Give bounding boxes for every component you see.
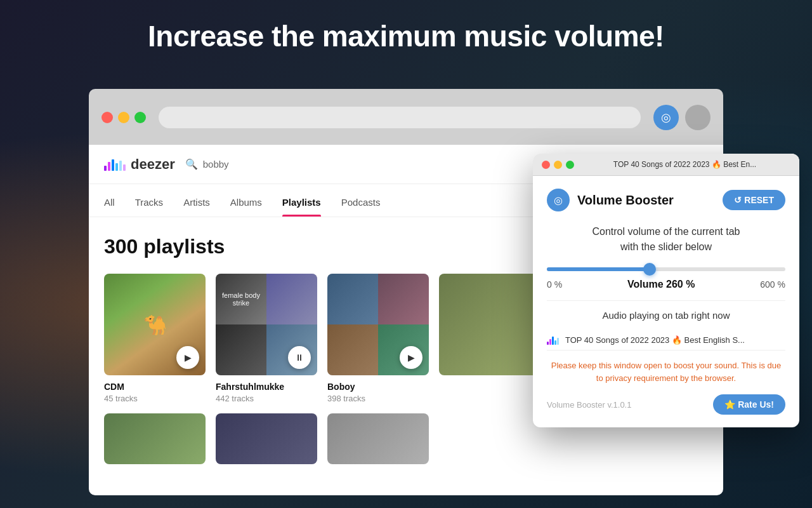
nav-albums[interactable]: Albums [230, 197, 262, 217]
playlist-thumb-row2-2 [216, 413, 317, 464]
boboy-tracks: 398 tracks [327, 394, 429, 403]
slider-fill [547, 267, 650, 271]
control-text-line2: with the slider below [547, 239, 785, 255]
playlist-thumb-boboy: ▶ [327, 274, 429, 375]
cdm-tracks: 45 tracks [104, 394, 206, 403]
reset-button[interactable]: ↺ RESET [723, 190, 785, 210]
tab-favicon-bar4 [554, 340, 556, 345]
volume-min-label: 0 % [547, 279, 562, 290]
nav-artists[interactable]: Artists [183, 197, 210, 217]
volume-booster-name: Volume Booster [577, 193, 674, 208]
rate-us-button[interactable]: ⭐ Rate Us! [713, 394, 785, 415]
browser-profile-avatar[interactable] [685, 105, 710, 130]
search-icon: 🔍 [185, 158, 198, 170]
tab-favicon-bar2 [549, 339, 551, 345]
playlist-thumb-cdm: 🐪 ▶ [104, 274, 206, 375]
tab-favicon-bar5 [557, 338, 559, 345]
search-query-text: bobby [203, 159, 229, 170]
logo-bar-6 [123, 164, 126, 171]
playlist-card-row2-2 [216, 413, 317, 471]
browser-chrome: ◎ [89, 89, 723, 146]
slider-track [547, 267, 785, 271]
warning-text: Please keep this window open to boost yo… [547, 359, 785, 384]
logo-bar-1 [104, 166, 107, 171]
deezer-search[interactable]: 🔍 bobby [185, 158, 229, 170]
playlist-card-row2-1 [104, 413, 206, 471]
playlist-card-boboy: ▶ Boboy 398 tracks [327, 274, 429, 403]
fahr-q3 [216, 324, 266, 375]
playlist-card-fahrstuhlmukke: female body strike ⏸ Fahrstuhlmukke 442 … [216, 274, 317, 403]
nav-all[interactable]: All [104, 197, 115, 217]
volume-current-label: Volume 260 % [627, 279, 695, 290]
playlist-card-partial [439, 274, 540, 403]
boboy-q2 [378, 274, 429, 324]
nav-tracks[interactable]: Tracks [135, 197, 163, 217]
playlist-card-row2-3 [327, 413, 429, 471]
control-text: Control volume of the current tab with t… [547, 224, 785, 255]
logo-bar-2 [108, 162, 110, 171]
main-headline: Increase the maximum music volume! [0, 19, 812, 53]
fahr-q2 [266, 274, 317, 324]
popup-close-button[interactable] [542, 161, 550, 169]
playlist-thumb-partial [439, 274, 540, 375]
fahrstuhlmukke-pause-button[interactable]: ⏸ [288, 346, 311, 369]
control-text-line1: Control volume of the current tab [547, 224, 785, 239]
boboy-q1 [327, 274, 378, 324]
browser-minimize-button[interactable] [118, 112, 129, 123]
deezer-logo-text: deezer [131, 156, 175, 173]
deezer-logo: deezer [104, 156, 175, 173]
popup-footer: Volume Booster v.1.0.1 ⭐ Rate Us! [547, 394, 785, 415]
logo-bar-3 [112, 159, 114, 171]
popup-body: ◎ Volume Booster ↺ RESET Control volume … [533, 176, 799, 427]
audio-playing-text: Audio playing on tab right now [547, 310, 785, 321]
fahrstuhlmukke-name: Fahrstuhlmukke [216, 382, 317, 392]
divider-1 [547, 300, 785, 301]
nav-playlists[interactable]: Playlists [282, 197, 321, 217]
popup-titlebar: TOP 40 Songs of 2022 2023 🔥 Best En... [533, 154, 799, 176]
popup-minimize-button[interactable] [554, 161, 562, 169]
volume-labels: 0 % Volume 260 % 600 % [547, 279, 785, 290]
fahr-q1: female body strike [216, 274, 266, 324]
playlist-card-cdm: 🐪 ▶ CDM 45 tracks [104, 274, 206, 403]
popup-header: ◎ Volume Booster ↺ RESET [547, 189, 785, 211]
deezer-logo-bars [104, 158, 126, 171]
cdm-play-button[interactable]: ▶ [176, 346, 199, 369]
popup-traffic-lights [542, 161, 574, 169]
logo-bar-4 [115, 163, 118, 171]
tab-title-text: TOP 40 Songs of 2022 2023 🔥 Best English… [565, 335, 785, 345]
tab-favicon-bar3 [552, 337, 554, 345]
popup-brand: ◎ Volume Booster [547, 189, 674, 211]
volume-slider-container[interactable] [547, 267, 785, 271]
volume-booster-icon: ◎ [547, 189, 570, 211]
playlist-thumb-row2-1 [104, 413, 206, 464]
volume-booster-popup: TOP 40 Songs of 2022 2023 🔥 Best En... ◎… [533, 154, 799, 427]
tab-entry: TOP 40 Songs of 2022 2023 🔥 Best English… [547, 330, 785, 351]
boboy-play-button[interactable]: ▶ [400, 346, 422, 369]
tab-favicon-bar1 [547, 342, 549, 345]
boboy-name: Boboy [327, 382, 429, 392]
address-bar[interactable] [159, 107, 641, 128]
cdm-name: CDM [104, 382, 206, 392]
playlist-thumb-row2-3 [327, 413, 429, 464]
browser-traffic-lights [102, 112, 146, 123]
version-text: Volume Booster v.1.0.1 [547, 400, 631, 410]
logo-bar-5 [119, 161, 122, 171]
browser-close-button[interactable] [102, 112, 113, 123]
popup-maximize-button[interactable] [566, 161, 574, 169]
popup-title-text: TOP 40 Songs of 2022 2023 🔥 Best En... [579, 160, 790, 169]
tab-favicon [547, 335, 559, 345]
boboy-q3 [327, 324, 378, 375]
playlist-thumb-fahrstuhlmukke: female body strike ⏸ [216, 274, 317, 375]
browser-maximize-button[interactable] [134, 112, 146, 123]
extension-icon[interactable]: ◎ [653, 105, 679, 130]
fahrstuhlmukke-tracks: 442 tracks [216, 394, 317, 403]
slider-thumb[interactable] [643, 263, 656, 276]
nav-podcasts[interactable]: Podcasts [341, 197, 381, 217]
volume-max-label: 600 % [760, 279, 785, 290]
